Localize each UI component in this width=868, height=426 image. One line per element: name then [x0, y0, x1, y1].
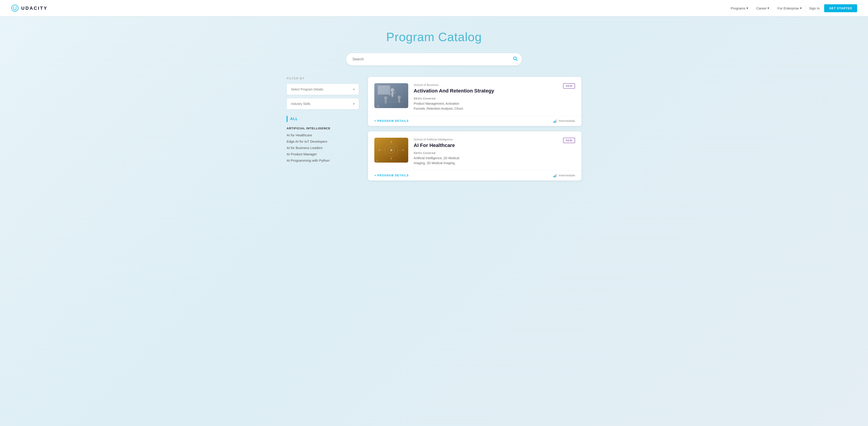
chevron-down-icon: ▾	[746, 6, 748, 10]
svg-rect-5	[392, 92, 393, 97]
bars-icon	[553, 174, 557, 177]
catalog-layout: FILTER BY Select Program Details ▾ Indus…	[287, 77, 581, 180]
svg-text:⬡: ⬡	[376, 160, 378, 162]
nav-item-programs[interactable]: Programs ▾	[731, 6, 748, 10]
catalog-card: ⬡ School of Business Activation And Rete…	[368, 77, 581, 126]
svg-rect-12	[381, 102, 401, 103]
nav-divider	[805, 4, 806, 12]
program-details-dropdown[interactable]: Select Program Details ▾	[287, 84, 359, 95]
all-nav[interactable]: ALL	[287, 116, 359, 122]
svg-point-23	[391, 158, 392, 159]
nav-item-enterprise[interactable]: For Enterprise ▾	[777, 6, 802, 10]
svg-point-25	[403, 149, 404, 151]
card-title: AI For Healthcare	[414, 143, 558, 148]
list-item[interactable]: AI for Healthcare	[287, 133, 359, 137]
program-details-label: Select Program Details	[291, 88, 323, 91]
bar-3	[556, 174, 557, 177]
all-nav-label: ALL	[290, 117, 298, 121]
svg-rect-9	[385, 99, 386, 103]
nav-item-career[interactable]: Career ▾	[756, 6, 770, 10]
svg-point-4	[391, 88, 394, 92]
search-icon	[513, 56, 518, 61]
chevron-down-icon: ▾	[353, 102, 355, 105]
card-title: Activation And Retention Strategy	[414, 88, 558, 94]
bar-1	[553, 121, 554, 123]
new-badge: NEW	[563, 83, 575, 89]
logo-text: UDACITY	[21, 6, 48, 11]
level-indicator: Intermediate	[553, 174, 575, 177]
card-skills-label: Skills Covered	[414, 97, 558, 100]
card-school: School of Business	[414, 83, 558, 87]
bar-2	[555, 121, 556, 123]
category-title: ARTIFICIAL INTELLIGENCE	[287, 127, 359, 130]
program-details-button[interactable]: + PROGRAM DETAILS	[374, 119, 409, 123]
card-thumbnail: ⬡	[374, 138, 408, 162]
svg-text:⬡: ⬡	[377, 105, 379, 108]
nav-links: Programs ▾ Career ▾ For Enterprise ▾	[731, 6, 802, 10]
card-info: School of Artificial Intelligence AI For…	[414, 138, 558, 166]
level-text: Intermediate	[559, 174, 575, 177]
card-skills-text: Artificial Intelligence, 2D MedicalImagi…	[414, 156, 558, 166]
thumbnail-scene-icon: ⬡	[374, 83, 408, 108]
svg-point-8	[384, 96, 387, 99]
list-item[interactable]: AI Programming with Python	[287, 158, 359, 162]
catalog-cards: ⬡ School of Business Activation And Rete…	[368, 77, 581, 180]
search-button[interactable]	[513, 56, 518, 62]
chevron-down-icon: ▾	[767, 6, 769, 10]
card-thumbnail: ⬡	[374, 83, 408, 108]
industry-skills-dropdown[interactable]: Industry Skills ▾	[287, 98, 359, 110]
page-title: Program Catalog	[287, 30, 581, 44]
get-started-button[interactable]: GET STARTED	[824, 4, 857, 12]
svg-point-21	[390, 149, 393, 151]
catalog-card: ⬡ School of Artificial Intelligence AI F…	[368, 131, 581, 180]
card-skills-text: Product Management, ActivationFunnels, R…	[414, 101, 558, 111]
bar-2	[555, 175, 556, 177]
all-nav-accent-bar	[287, 116, 287, 122]
card-school: School of Artificial Intelligence	[414, 138, 558, 141]
card-top: ⬡ School of Business Activation And Rete…	[368, 77, 581, 116]
card-footer: + PROGRAM DETAILS Intermediate	[368, 170, 581, 180]
svg-point-22	[391, 141, 392, 143]
bar-1	[553, 176, 554, 177]
level-indicator: Intermediate	[553, 119, 575, 123]
chevron-down-icon: ▾	[800, 6, 802, 10]
search-input[interactable]	[346, 53, 522, 66]
category-artificial-intelligence: ARTIFICIAL INTELLIGENCE AI for Healthcar…	[287, 127, 359, 162]
udacity-logo-icon	[11, 4, 19, 12]
category-items: AI for Healthcare Edge AI for IoT Develo…	[287, 133, 359, 162]
list-item[interactable]: Edge AI for IoT Developers	[287, 140, 359, 144]
chevron-down-icon: ▾	[353, 88, 355, 91]
svg-rect-3	[378, 86, 390, 94]
thumbnail-ai-icon: ⬡	[374, 138, 408, 162]
new-badge: NEW	[563, 138, 575, 143]
svg-point-24	[379, 149, 380, 151]
card-skills-label: Skills Covered	[414, 152, 558, 155]
sidebar: FILTER BY Select Program Details ▾ Indus…	[287, 77, 359, 162]
logo-area: UDACITY	[11, 4, 48, 12]
svg-line-1	[516, 59, 517, 61]
card-top: ⬡ School of Artificial Intelligence AI F…	[368, 131, 581, 170]
bars-icon	[553, 119, 557, 123]
main-content: Program Catalog FILTER BY Select Program…	[276, 16, 592, 189]
signin-link[interactable]: Sign In	[809, 6, 820, 10]
svg-point-10	[398, 96, 401, 99]
industry-skills-label: Industry Skills	[291, 102, 310, 105]
list-item[interactable]: AI Product Manager	[287, 152, 359, 156]
program-details-button[interactable]: + PROGRAM DETAILS	[374, 174, 409, 177]
card-footer: + PROGRAM DETAILS Intermediate	[368, 116, 581, 126]
search-wrapper	[346, 53, 522, 66]
filter-label: FILTER BY	[287, 77, 359, 80]
list-item[interactable]: AI for Business Leaders	[287, 146, 359, 150]
level-text: Intermediate	[559, 119, 575, 123]
navbar: UDACITY Programs ▾ Career ▾ For Enterpri…	[0, 0, 868, 16]
card-info: School of Business Activation And Retent…	[414, 83, 558, 111]
bar-3	[556, 119, 557, 123]
